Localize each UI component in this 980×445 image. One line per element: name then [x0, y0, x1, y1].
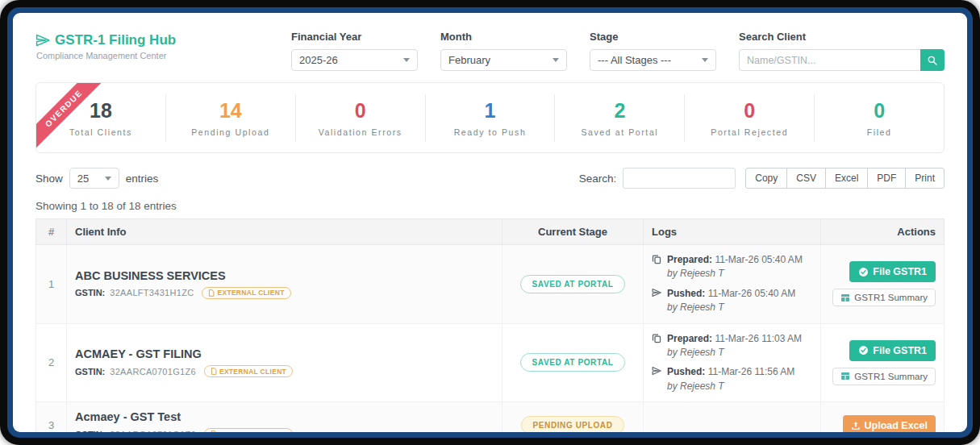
column-header-client-info: Client Info	[67, 219, 503, 245]
search-icon	[927, 55, 938, 66]
log-entry: Prepared: 11-Mar-26 11:03 AM by Rejeesh …	[652, 332, 812, 360]
stat-portal-rejected: 0 Portal Rejected	[685, 94, 815, 142]
current-stage-cell: PENDING UPLOAD	[503, 402, 644, 432]
stage-select[interactable]: --- All Stages ---	[590, 49, 716, 71]
stat-label: Ready to Push	[426, 127, 555, 137]
table-icon	[840, 293, 850, 302]
log-action: Pushed:	[667, 366, 705, 377]
client-info-cell: ACMAEY - GST FILING GSTIN: 32AARCA0701G1…	[67, 323, 503, 402]
month-select[interactable]: February	[440, 49, 567, 71]
financial-year-select[interactable]: 2025-26	[291, 49, 418, 71]
stat-label: Portal Rejected	[685, 127, 814, 137]
copy-icon	[652, 253, 662, 281]
actions-cell: File GSTR1 GSTR1 Summary	[821, 323, 945, 402]
gstin-value: 32AARCA0701G1Z6	[110, 367, 196, 376]
stat-value: 0	[685, 99, 814, 123]
log-entry: Pushed: 11-Mar-26 05:40 AM by Rejeesh T	[652, 287, 812, 315]
gstr1-summary-button[interactable]: GSTR1 Summary	[832, 368, 936, 385]
check-circle-icon	[858, 267, 869, 277]
external-client-badge: EXTERNAL CLIENT	[204, 428, 293, 432]
client-name: ACMAEY - GST FILING	[75, 347, 494, 360]
row-index: 1	[36, 245, 67, 324]
entries-label: entries	[126, 173, 159, 185]
upload-excel-button[interactable]: Upload Excel	[843, 415, 936, 432]
table-search-input[interactable]	[623, 168, 736, 189]
table-row: 3 Acmaey - GST Test GSTIN: 32AARCA0701G1…	[36, 402, 945, 432]
log-by: by Rejeesh T	[667, 381, 724, 392]
filter-stage: Stage --- All Stages ---	[590, 31, 716, 71]
client-search-input[interactable]	[739, 49, 920, 71]
client-name: ABC BUSINESS SERVICES	[75, 269, 494, 282]
log-entry: Pushed: 11-Mar-26 11:56 AM by Rejeesh T	[652, 365, 812, 393]
table-header-row: # Client Info Current Stage Logs Actions	[36, 219, 945, 245]
stat-total-clients: 18 Total Clients	[36, 94, 166, 142]
excel-button[interactable]: Excel	[825, 168, 868, 189]
gstin-value: 32AARCA0701G1Z6	[110, 430, 196, 432]
table-row: 1 ABC BUSINESS SERVICES GSTIN: 32AALFT34…	[36, 245, 945, 324]
log-entry: Prepared: 11-Mar-26 05:40 AM by Rejeesh …	[652, 253, 812, 281]
column-header-actions: Actions	[821, 219, 945, 245]
table-search-label: Search:	[579, 173, 617, 185]
file-gstr1-button[interactable]: File GSTR1	[849, 340, 936, 361]
stat-value: 0	[296, 99, 425, 123]
clients-table: # Client Info Current Stage Logs Actions…	[35, 218, 945, 432]
csv-button[interactable]: CSV	[786, 168, 826, 189]
stage-badge: PENDING UPLOAD	[521, 416, 625, 432]
row-index: 3	[36, 402, 67, 432]
chevron-down-icon	[403, 58, 410, 62]
financial-year-value: 2025-26	[299, 54, 338, 66]
table-icon	[840, 372, 850, 381]
stage-value: --- All Stages ---	[598, 54, 671, 66]
page-size-value: 25	[77, 173, 89, 185]
pdf-button[interactable]: PDF	[867, 168, 906, 189]
stat-label: Pending Upload	[166, 127, 295, 137]
copy-button[interactable]: Copy	[745, 168, 787, 189]
gstin-label: GSTIN:	[75, 367, 105, 376]
stat-label: Filed	[815, 127, 944, 137]
client-info-cell: Acmaey - GST Test GSTIN: 32AARCA0701G1Z6…	[67, 402, 503, 432]
app-title: GSTR-1 Filing Hub	[55, 32, 176, 48]
filter-search-client: Search Client	[739, 31, 945, 71]
current-stage-cell: SAVED AT PORTAL	[503, 245, 644, 324]
gstin-value: 32AALFT3431H1ZC	[110, 288, 194, 297]
table-row: 2 ACMAEY - GST FILING GSTIN: 32AARCA0701…	[36, 323, 945, 402]
stat-validation-errors: 0 Validation Errors	[296, 94, 426, 142]
stat-value: 0	[815, 99, 944, 123]
actions-cell: Upload Excel	[821, 402, 945, 432]
stats-summary-card: OVERDUE 18 Total Clients 14 Pending Uplo…	[35, 82, 945, 153]
header: GSTR-1 Filing Hub Compliance Management …	[35, 26, 945, 71]
print-button[interactable]: Print	[905, 168, 945, 189]
app-page: GSTR-1 Filing Hub Compliance Management …	[13, 13, 967, 432]
search-button[interactable]	[920, 49, 945, 71]
copy-icon	[652, 332, 662, 360]
month-label: Month	[440, 31, 567, 43]
gstin-label: GSTIN:	[75, 430, 105, 432]
paper-plane-icon	[652, 365, 662, 393]
show-label: Show	[35, 173, 63, 185]
gstin-label: GSTIN:	[75, 288, 105, 297]
file-gstr1-button[interactable]: File GSTR1	[849, 261, 936, 282]
stat-saved-at-portal: 2 Saved at Portal	[555, 94, 685, 142]
page-size-select[interactable]: 25	[69, 168, 119, 189]
table-controls: Show 25 entries Search: Copy CSV	[35, 168, 945, 189]
stat-value: 18	[36, 99, 165, 123]
stat-label: Validation Errors	[296, 127, 425, 137]
log-by: by Rejeesh T	[667, 302, 724, 313]
financial-year-label: Financial Year	[291, 31, 418, 43]
log-action: Prepared:	[667, 333, 712, 344]
log-by: by Rejeesh T	[667, 347, 724, 358]
gstr1-summary-button[interactable]: GSTR1 Summary	[832, 289, 936, 306]
window-border: GSTR-1 Filing Hub Compliance Management …	[7, 7, 973, 438]
chevron-down-icon	[105, 177, 111, 181]
log-action: Prepared:	[667, 254, 712, 265]
chevron-down-icon	[553, 58, 559, 62]
table-info: Showing 1 to 18 of 18 entries	[35, 200, 945, 212]
filter-financial-year: Financial Year 2025-26	[291, 31, 418, 71]
column-header-logs: Logs	[644, 219, 821, 245]
brand: GSTR-1 Filing Hub Compliance Management …	[35, 31, 269, 60]
log-action: Pushed:	[667, 288, 705, 299]
log-by: by Rejeesh T	[667, 268, 724, 279]
client-info-cell: ABC BUSINESS SERVICES GSTIN: 32AALFT3431…	[67, 245, 503, 324]
client-name: Acmaey - GST Test	[75, 410, 494, 423]
external-client-badge: EXTERNAL CLIENT	[202, 287, 290, 299]
